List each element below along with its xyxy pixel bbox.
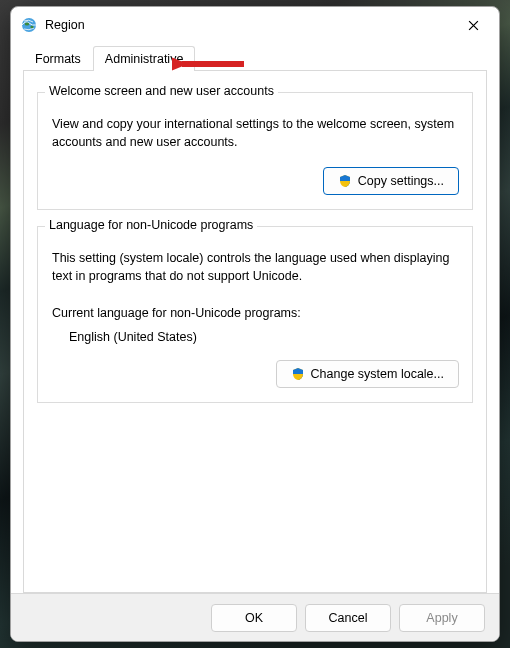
current-language-value: English (United States)	[69, 330, 459, 344]
close-button[interactable]	[451, 11, 495, 39]
tab-administrative[interactable]: Administrative	[93, 46, 196, 71]
svg-point-1	[25, 22, 30, 25]
tab-strip: Formats Administrative	[11, 45, 499, 70]
group-legend: Welcome screen and new user accounts	[45, 84, 278, 98]
dialog-footer: OK Cancel Apply	[11, 593, 499, 641]
apply-button[interactable]: Apply	[399, 604, 485, 632]
svg-point-2	[30, 26, 33, 28]
copy-settings-button[interactable]: Copy settings...	[323, 167, 459, 195]
change-system-locale-button[interactable]: Change system locale...	[276, 360, 459, 388]
titlebar: Region	[11, 7, 499, 43]
globe-icon	[21, 17, 37, 33]
window-title: Region	[45, 18, 451, 32]
tab-panel-administrative: Welcome screen and new user accounts Vie…	[23, 70, 487, 593]
current-language-label: Current language for non-Unicode program…	[52, 304, 458, 322]
button-label: Copy settings...	[358, 174, 444, 188]
region-dialog: Region Formats Administrative Welcome sc…	[10, 6, 500, 642]
close-icon	[468, 20, 479, 31]
group-legend: Language for non-Unicode programs	[45, 218, 257, 232]
tab-formats[interactable]: Formats	[23, 46, 93, 71]
shield-icon	[338, 174, 352, 188]
shield-icon	[291, 367, 305, 381]
group-description: This setting (system locale) controls th…	[52, 249, 458, 285]
group-description: View and copy your international setting…	[52, 115, 458, 151]
ok-button[interactable]: OK	[211, 604, 297, 632]
button-label: Change system locale...	[311, 367, 444, 381]
group-welcome-screen: Welcome screen and new user accounts Vie…	[37, 92, 473, 210]
cancel-button[interactable]: Cancel	[305, 604, 391, 632]
group-non-unicode: Language for non-Unicode programs This s…	[37, 226, 473, 402]
